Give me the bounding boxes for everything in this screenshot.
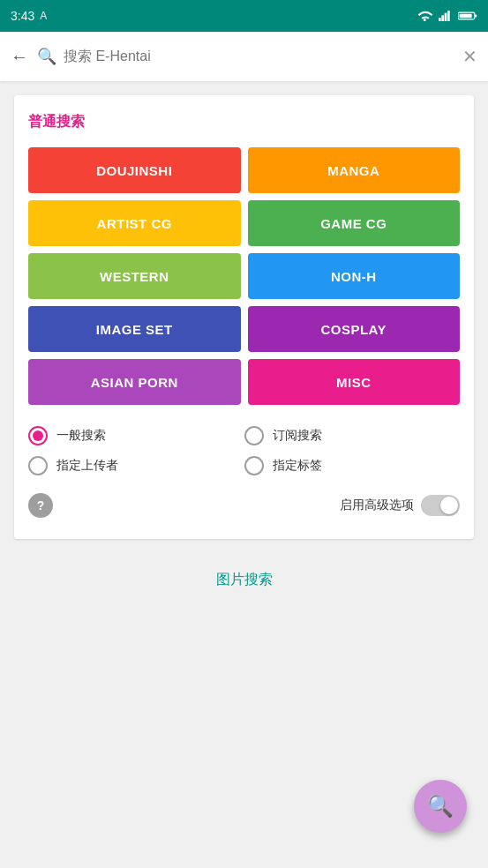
advanced-toggle[interactable]: 启用高级选项: [340, 495, 460, 516]
radio-specify-tag-circle[interactable]: [244, 456, 264, 475]
category-non-h[interactable]: NON-H: [248, 253, 461, 299]
category-asian-porn[interactable]: ASIAN PORN: [28, 359, 241, 405]
image-search-link[interactable]: 图片搜索: [216, 572, 273, 587]
svg-rect-5: [460, 14, 472, 19]
radio-general-search[interactable]: 一般搜索: [28, 426, 244, 445]
search-input-wrapper: 🔍: [37, 47, 454, 66]
back-button[interactable]: ←: [11, 47, 28, 67]
battery-icon: [458, 11, 477, 21]
radio-options: 一般搜索 订阅搜索 指定上传者 指定标签: [28, 426, 460, 475]
svg-rect-2: [445, 13, 447, 21]
svg-rect-3: [447, 11, 450, 21]
bottom-row: ? 启用高级选项: [28, 493, 460, 518]
advanced-label: 启用高级选项: [340, 498, 414, 513]
category-cosplay[interactable]: COSPLAY: [248, 306, 461, 352]
notification-icon: A: [40, 10, 47, 22]
status-bar: 3:43 A: [0, 0, 488, 32]
toggle-switch[interactable]: [421, 495, 460, 516]
category-image-set[interactable]: IMAGE SET: [28, 306, 241, 352]
status-right: [417, 10, 477, 22]
radio-subscription-search-circle[interactable]: [244, 426, 264, 445]
section-title: 普通搜索: [28, 113, 460, 131]
status-left: 3:43 A: [11, 9, 47, 23]
wifi-icon: [417, 10, 433, 22]
radio-subscription-search[interactable]: 订阅搜索: [244, 426, 461, 445]
main-card: 普通搜索 DOUJINSHI MANGA ARTIST CG GAME CG W…: [14, 95, 474, 539]
help-button[interactable]: ?: [28, 493, 53, 518]
category-manga[interactable]: MANGA: [248, 147, 461, 193]
fab-search-icon: 🔍: [427, 794, 454, 819]
radio-specify-tag[interactable]: 指定标签: [244, 456, 461, 475]
category-doujinshi[interactable]: DOUJINSHI: [28, 147, 241, 193]
category-misc[interactable]: MISC: [248, 359, 461, 405]
search-fab[interactable]: 🔍: [414, 780, 467, 833]
signal-icon: [439, 10, 453, 22]
svg-rect-1: [441, 15, 444, 21]
category-western[interactable]: WESTERN: [28, 253, 241, 299]
toggle-knob: [440, 497, 458, 514]
time: 3:43: [11, 9, 34, 23]
radio-specify-tag-label: 指定标签: [273, 458, 322, 474]
search-icon: 🔍: [37, 47, 56, 66]
category-artist-cg[interactable]: ARTIST CG: [28, 200, 241, 246]
svg-rect-0: [439, 18, 441, 21]
search-input[interactable]: [64, 49, 454, 64]
category-grid: DOUJINSHI MANGA ARTIST CG GAME CG WESTER…: [28, 147, 460, 405]
search-bar: ← 🔍 ✕: [0, 32, 488, 81]
radio-specify-uploader[interactable]: 指定上传者: [28, 456, 244, 475]
radio-specify-uploader-circle[interactable]: [28, 456, 48, 475]
radio-specify-uploader-label: 指定上传者: [56, 458, 118, 474]
radio-general-search-label: 一般搜索: [56, 428, 106, 444]
category-game-cg[interactable]: GAME CG: [248, 200, 461, 246]
svg-rect-6: [475, 14, 477, 17]
close-icon[interactable]: ✕: [462, 46, 477, 67]
image-search-section: 图片搜索: [0, 553, 488, 607]
radio-general-search-circle[interactable]: [28, 426, 48, 445]
radio-subscription-search-label: 订阅搜索: [273, 428, 322, 444]
